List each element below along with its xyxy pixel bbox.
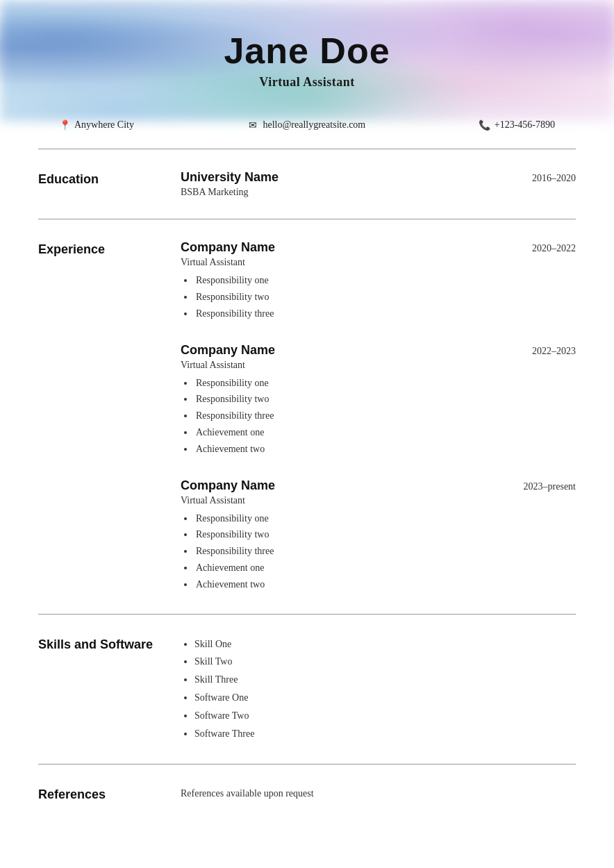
company-role-2: Virtual Assistant xyxy=(181,360,576,371)
email-icon: ✉ xyxy=(247,119,258,131)
company-years-3: 2023–present xyxy=(492,478,576,492)
education-years: 2016–2020 xyxy=(492,170,576,184)
list-item: Responsibility two xyxy=(194,391,576,408)
references-content: References available upon request xyxy=(181,785,576,803)
company-role-1: Virtual Assistant xyxy=(181,257,576,268)
company-name-2: Company Name xyxy=(181,343,275,358)
list-item: Achievement one xyxy=(194,560,576,576)
references-section: References References available upon req… xyxy=(38,770,576,818)
university-name: University Name xyxy=(181,170,279,185)
list-item: Responsibility one xyxy=(194,272,576,289)
company-row-1: Company Name 2020–2022 xyxy=(181,240,576,255)
company-block-1: Company Name 2020–2022 Virtual Assistant… xyxy=(181,240,576,322)
list-item: Achievement two xyxy=(194,441,576,458)
experience-content: Company Name 2020–2022 Virtual Assistant… xyxy=(181,240,576,592)
header-divider xyxy=(38,149,576,149)
experience-divider xyxy=(38,614,576,615)
references-text: References available upon request xyxy=(181,785,576,799)
list-item: Responsibility two xyxy=(194,526,576,543)
list-item: Responsibility one xyxy=(194,375,576,392)
candidate-title: Virtual Assistant xyxy=(38,75,576,90)
experience-section: Experience Company Name 2020–2022 Virtua… xyxy=(38,225,576,608)
company-years-1: 2020–2022 xyxy=(492,240,576,254)
list-item: Skill Three xyxy=(194,671,576,689)
company-years-2: 2022–2023 xyxy=(492,343,576,357)
location-icon: 📍 xyxy=(59,119,70,131)
resume-header: Jane Doe Virtual Assistant xyxy=(38,0,576,100)
company-block-3: Company Name 2023–present Virtual Assist… xyxy=(181,478,576,593)
list-item: Skill Two xyxy=(194,653,576,671)
degree-text: BSBA Marketing xyxy=(181,187,279,198)
contact-phone: 📞 +123-456-7890 xyxy=(479,119,555,131)
list-item: Responsibility one xyxy=(194,510,576,527)
location-text: Anywhere City xyxy=(74,119,134,131)
list-item: Achievement two xyxy=(194,576,576,593)
list-item: Responsibility three xyxy=(194,306,576,322)
list-item: Responsibility two xyxy=(194,289,576,306)
skills-content: Skill One Skill Two Skill Three Software… xyxy=(181,635,576,743)
skills-label: Skills and Software xyxy=(38,635,160,743)
contact-email: ✉ hello@reallygreatsite.com xyxy=(247,119,365,131)
phone-icon: 📞 xyxy=(479,119,490,131)
education-label: Education xyxy=(38,170,160,198)
education-row: University Name BSBA Marketing 2016–2020 xyxy=(181,170,576,198)
list-item: Skill One xyxy=(194,635,576,653)
candidate-name: Jane Doe xyxy=(38,31,576,71)
references-label: References xyxy=(38,785,160,803)
list-item: Responsibility three xyxy=(194,408,576,424)
experience-label: Experience xyxy=(38,240,160,592)
company-bullets-1: Responsibility one Responsibility two Re… xyxy=(181,272,576,322)
company-bullets-3: Responsibility one Responsibility two Re… xyxy=(181,510,576,593)
education-divider xyxy=(38,219,576,219)
list-item: Software Three xyxy=(194,725,576,743)
company-name-3: Company Name xyxy=(181,478,275,493)
list-item: Responsibility three xyxy=(194,543,576,560)
company-bullets-2: Responsibility one Responsibility two Re… xyxy=(181,375,576,458)
skills-list: Skill One Skill Two Skill Three Software… xyxy=(181,635,576,743)
phone-text: +123-456-7890 xyxy=(495,119,555,131)
email-text: hello@reallygreatsite.com xyxy=(263,119,365,131)
company-role-3: Virtual Assistant xyxy=(181,495,576,506)
list-item: Software One xyxy=(194,689,576,707)
education-section: Education University Name BSBA Marketing… xyxy=(38,155,576,213)
skills-section: Skills and Software Skill One Skill Two … xyxy=(38,620,576,758)
education-content: University Name BSBA Marketing 2016–2020 xyxy=(181,170,576,198)
education-details: University Name BSBA Marketing xyxy=(181,170,279,198)
company-row-2: Company Name 2022–2023 xyxy=(181,343,576,358)
skills-divider xyxy=(38,764,576,765)
company-name-1: Company Name xyxy=(181,240,275,255)
company-block-2: Company Name 2022–2023 Virtual Assistant… xyxy=(181,343,576,458)
list-item: Achievement one xyxy=(194,424,576,441)
list-item: Software Two xyxy=(194,707,576,725)
company-row-3: Company Name 2023–present xyxy=(181,478,576,493)
contact-bar: 📍 Anywhere City ✉ hello@reallygreatsite.… xyxy=(38,107,576,143)
contact-location: 📍 Anywhere City xyxy=(59,119,134,131)
